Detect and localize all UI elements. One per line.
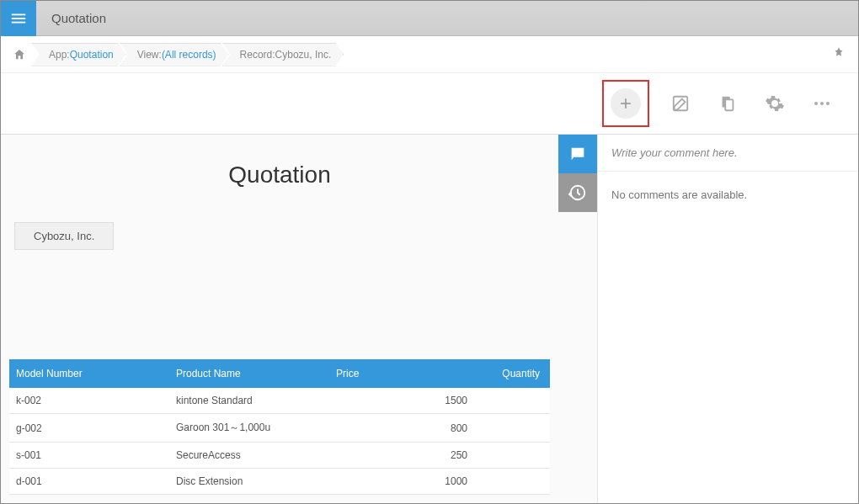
breadcrumb-app[interactable]: App: Quotation [31,43,126,66]
products-table: Model Number Product Name Price Quantity… [9,359,550,495]
gear-icon [765,93,785,114]
history-icon [568,183,587,202]
comment-icon [568,145,587,163]
side-tabs [558,135,597,503]
menu-icon [9,9,28,28]
breadcrumb-record-prefix: Record: [240,49,275,61]
breadcrumb-app-prefix: App: [49,49,70,61]
cell-price: 800 [329,414,481,443]
svg-point-10 [826,102,830,105]
pin-icon [833,46,845,58]
table-row: d-001Disc Extension1000 [9,469,550,495]
cell-name: Disc Extension [169,469,329,495]
breadcrumb-view[interactable]: View: (All records) [120,43,229,66]
tab-history[interactable] [558,173,597,212]
breadcrumb-view-link: (All records) [162,49,216,61]
top-bar: Quotation [1,1,858,36]
cell-model: d-001 [9,469,169,495]
record-toolbar [1,73,858,134]
svg-point-8 [814,102,818,105]
breadcrumb-app-link: Quotation [70,49,114,61]
page-title: Quotation [9,162,550,188]
cell-price: 1500 [329,388,481,414]
breadcrumb-record: Record: Cybozu, Inc. [222,43,344,66]
pin-button[interactable] [833,46,845,61]
no-comments-message: No comments are available. [598,172,858,218]
home-icon [13,48,26,61]
th-model: Model Number [9,359,169,388]
edit-icon [671,94,690,113]
cell-qty [481,469,550,495]
more-icon [812,93,832,114]
record-pane: Quotation Cybozu, Inc. Model Number Prod… [1,135,558,503]
cell-model: k-002 [9,388,169,414]
breadcrumb: App: Quotation View: (All records) Recor… [1,36,858,73]
table-row: g-002Garoon 301～1,000u800 [9,414,550,443]
settings-button[interactable] [759,88,791,119]
cell-name: kintone Standard [169,388,329,414]
cell-model: g-002 [9,414,169,443]
add-record-button[interactable] [602,80,649,127]
th-qty: Quantity [481,359,550,388]
main-area: Quotation Cybozu, Inc. Model Number Prod… [1,134,858,503]
home-button[interactable] [9,45,29,65]
customer-field: Cybozu, Inc. [14,222,114,250]
th-price: Price [329,359,481,388]
tab-comments[interactable] [558,135,597,173]
cell-name: SecureAccess [169,443,329,469]
menu-button[interactable] [1,1,36,36]
breadcrumb-view-prefix: View: [137,49,162,61]
cell-qty [481,443,550,469]
comment-pane: Write your comment here. No comments are… [597,135,858,503]
th-name: Product Name [169,359,329,388]
breadcrumb-record-name: Cybozu, Inc. [275,49,332,61]
table-row: s-001SecureAccess250 [9,443,550,469]
cell-qty [481,388,550,414]
edit-record-button[interactable] [664,88,696,119]
comment-input[interactable]: Write your comment here. [598,135,858,172]
cell-model: s-001 [9,443,169,469]
svg-rect-7 [725,99,733,110]
svg-point-9 [820,102,824,105]
more-button[interactable] [806,88,838,119]
cell-name: Garoon 301～1,000u [169,414,329,443]
cell-price: 1000 [329,469,481,495]
cell-price: 250 [329,443,481,469]
app-title: Quotation [51,11,106,25]
duplicate-record-button[interactable] [712,88,744,119]
plus-icon [617,95,634,112]
svg-rect-5 [674,97,688,111]
cell-qty [481,414,550,443]
table-row: k-002kintone Standard1500 [9,388,550,414]
copy-icon [718,94,737,113]
